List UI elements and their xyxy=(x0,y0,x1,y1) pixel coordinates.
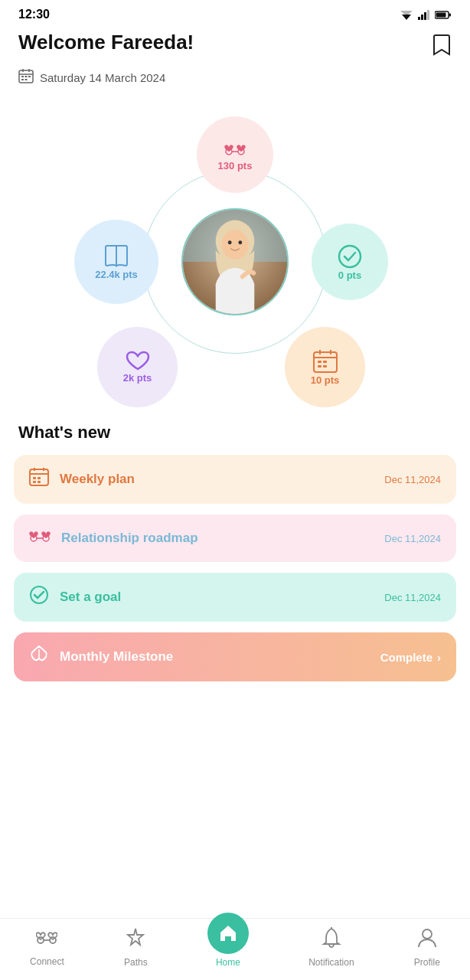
heart-pts: 2k pts xyxy=(123,372,152,384)
status-time: 12:30 xyxy=(18,8,50,21)
paths-label: Paths xyxy=(124,957,148,968)
card-relationship-roadmap[interactable]: Relationship roadmap Dec 11,2024 xyxy=(14,514,456,562)
app-header: Welcome Fareeda! xyxy=(0,24,470,65)
battery-icon xyxy=(435,10,452,20)
profile-icon xyxy=(417,927,437,954)
monthly-milestone-icon xyxy=(29,645,49,669)
relationship-roadmap-icon xyxy=(29,527,51,550)
paths-icon xyxy=(125,927,146,954)
svg-rect-43 xyxy=(38,477,41,479)
relationship-pts: 130 pts xyxy=(218,160,253,172)
home-circle xyxy=(207,913,249,954)
wifi-icon xyxy=(400,10,413,20)
card-left: Weekly plan xyxy=(29,467,135,492)
weekly-plan-icon xyxy=(29,467,49,492)
set-goal-icon xyxy=(29,585,49,609)
date-row: Saturday 14 March 2024 xyxy=(0,65,470,93)
heart-icon xyxy=(126,351,150,372)
relationship-roadmap-date: Dec 11,2024 xyxy=(384,533,441,544)
center-avatar-circle xyxy=(181,208,289,315)
welcome-title: Welcome Fareeda! xyxy=(18,31,194,54)
svg-point-54 xyxy=(423,929,432,939)
profile-label: Profile xyxy=(414,957,440,968)
card-set-goal[interactable]: Set a goal Dec 11,2024 xyxy=(14,573,456,622)
svg-rect-45 xyxy=(38,481,41,483)
signal-icon xyxy=(418,10,430,20)
svg-rect-16 xyxy=(21,79,24,80)
date-text: Saturday 14 March 2024 xyxy=(40,71,165,84)
svg-rect-7 xyxy=(449,13,452,16)
card-weekly-plan[interactable]: Weekly plan Dec 11,2024 xyxy=(14,455,456,504)
notification-label: Notification xyxy=(308,957,354,968)
svg-rect-4 xyxy=(424,12,426,20)
svg-point-24 xyxy=(238,240,242,244)
satellite-check[interactable]: 0 pts xyxy=(312,224,388,300)
relationship-roadmap-label: Relationship roadmap xyxy=(61,531,198,546)
home-label: Home xyxy=(216,957,240,968)
svg-marker-1 xyxy=(400,11,413,16)
satellite-calendar[interactable]: 10 pts xyxy=(285,327,365,407)
card-left: Monthly Milestone xyxy=(29,645,173,669)
calendar-small-icon xyxy=(18,68,34,87)
status-icons xyxy=(400,10,452,20)
points-diagram: 130 pts 22.4k pts 0 pts xyxy=(0,101,470,423)
status-bar: 12:30 xyxy=(0,0,470,24)
card-left: Relationship roadmap xyxy=(29,527,198,550)
set-goal-label: Set a goal xyxy=(60,590,121,605)
bottom-navigation: Connect Paths Home Notification xyxy=(0,918,470,980)
nav-connect[interactable]: Connect xyxy=(30,928,64,967)
complete-badge: Complete › xyxy=(380,651,441,664)
svg-rect-2 xyxy=(418,17,420,20)
nav-profile[interactable]: Profile xyxy=(414,927,440,968)
bookmark-icon[interactable] xyxy=(432,34,452,62)
svg-rect-42 xyxy=(33,477,36,479)
weekly-plan-label: Weekly plan xyxy=(60,472,135,487)
card-monthly-milestone[interactable]: Monthly Milestone Complete › xyxy=(14,632,456,681)
svg-rect-13 xyxy=(21,76,24,77)
nav-notification[interactable]: Notification xyxy=(308,927,354,968)
book-icon xyxy=(103,244,130,269)
nav-home[interactable]: Home xyxy=(207,926,249,968)
calendar-pts: 10 pts xyxy=(311,374,340,386)
satellite-heart[interactable]: 2k pts xyxy=(97,327,178,407)
svg-point-49 xyxy=(31,586,47,603)
notification-icon xyxy=(321,927,341,954)
svg-rect-35 xyxy=(323,361,327,363)
weekly-plan-date: Dec 11,2024 xyxy=(384,474,441,485)
connect-label: Connect xyxy=(30,956,64,967)
connect-icon xyxy=(36,928,57,953)
satellite-book[interactable]: 22.4k pts xyxy=(74,220,158,304)
svg-rect-14 xyxy=(25,76,28,77)
check-icon xyxy=(337,243,363,270)
svg-rect-17 xyxy=(25,79,28,80)
svg-rect-15 xyxy=(28,76,31,77)
news-cards: Weekly plan Dec 11,2024 Relationship roa… xyxy=(0,455,470,681)
svg-rect-44 xyxy=(33,481,36,483)
relationship-icon xyxy=(223,139,247,160)
chevron-right-icon: › xyxy=(437,651,441,664)
svg-point-22 xyxy=(222,230,249,260)
avatar-image xyxy=(183,210,287,314)
svg-rect-8 xyxy=(436,12,446,17)
svg-point-29 xyxy=(339,246,361,267)
monthly-milestone-label: Monthly Milestone xyxy=(60,649,173,665)
whats-new-title: What's new xyxy=(0,423,470,455)
card-left: Set a goal xyxy=(29,585,121,609)
svg-rect-5 xyxy=(427,10,429,20)
svg-rect-3 xyxy=(421,15,423,20)
set-goal-date: Dec 11,2024 xyxy=(384,592,441,603)
svg-rect-36 xyxy=(318,365,321,368)
nav-paths[interactable]: Paths xyxy=(124,927,148,968)
svg-point-23 xyxy=(228,240,232,244)
svg-rect-37 xyxy=(323,365,327,368)
svg-rect-34 xyxy=(318,361,321,363)
diagram-inner: 130 pts 22.4k pts 0 pts xyxy=(97,124,373,400)
check-pts: 0 pts xyxy=(338,270,361,281)
book-pts: 22.4k pts xyxy=(95,269,138,280)
complete-text: Complete xyxy=(380,651,432,664)
schedule-icon xyxy=(312,348,338,374)
satellite-relationship[interactable]: 130 pts xyxy=(197,116,273,193)
